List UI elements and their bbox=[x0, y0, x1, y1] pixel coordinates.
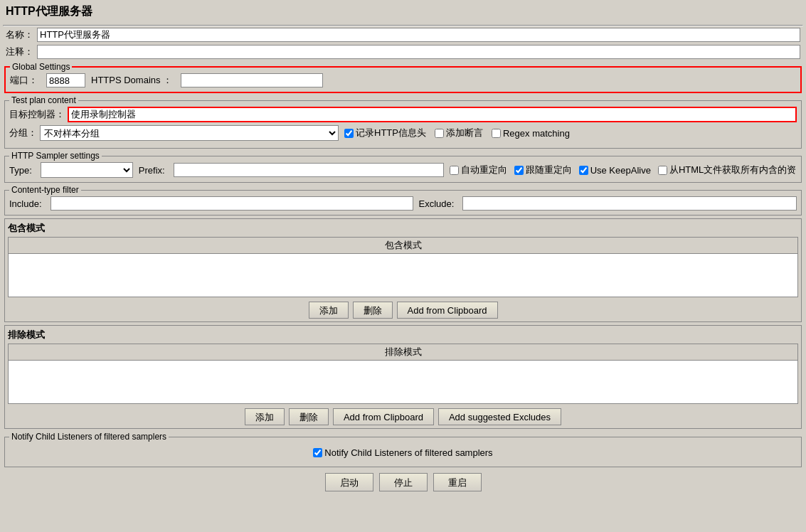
https-input[interactable] bbox=[181, 73, 323, 87]
exclude-clipboard-button[interactable]: Add from Clipboard bbox=[333, 408, 434, 425]
regex-checkbox[interactable] bbox=[492, 129, 501, 138]
name-row: 名称： bbox=[3, 28, 803, 42]
content-row: Include: Exclude: bbox=[9, 196, 797, 211]
keep-alive-label: Use KeepAlive bbox=[590, 165, 651, 176]
notify-label: Notify Child Listeners of filtered sampl… bbox=[324, 447, 492, 458]
include-patterns-title: 包含模式 bbox=[8, 222, 798, 235]
record-http-label: 记录HTTP信息头 bbox=[356, 127, 426, 139]
include-label: Include: bbox=[9, 198, 42, 209]
keep-alive-checkbox[interactable] bbox=[579, 166, 588, 175]
include-patterns-body bbox=[9, 254, 797, 297]
add-assertion-checkbox[interactable] bbox=[435, 129, 444, 138]
http-sampler-legend: HTTP Sampler settings bbox=[9, 151, 102, 161]
target-input[interactable] bbox=[68, 107, 797, 122]
include-clipboard-button[interactable]: Add from Clipboard bbox=[397, 302, 498, 319]
bottom-buttons: 启动 停止 重启 bbox=[3, 473, 803, 497]
global-settings-row: 端口： HTTPS Domains ： bbox=[10, 73, 796, 87]
page-title: HTTP代理服务器 bbox=[3, 3, 803, 21]
exclude-delete-button[interactable]: 删除 bbox=[289, 408, 329, 425]
start-button[interactable]: 启动 bbox=[325, 473, 373, 491]
notify-legend: Notify Child Listeners of filtered sampl… bbox=[9, 432, 169, 442]
redirect-checkbox-label[interactable]: 自动重定向 bbox=[450, 164, 507, 176]
keep-alive-checkbox-label[interactable]: Use KeepAlive bbox=[579, 165, 651, 176]
include-pattern-buttons: 添加 删除 Add from Clipboard bbox=[8, 302, 798, 319]
test-plan-fieldset: Test plan content 目标控制器： 分组： 不对样本分组 在组间添… bbox=[4, 95, 802, 149]
exclude-patterns-body bbox=[9, 361, 797, 403]
fetch-html-checkbox-label[interactable]: 从HTML文件获取所有内含的资 bbox=[658, 164, 796, 176]
https-label: HTTPS Domains ： bbox=[91, 74, 172, 87]
content-filter-legend: Content-type filter bbox=[9, 185, 81, 195]
notify-checkbox[interactable] bbox=[313, 448, 322, 457]
include-patterns-header: 包含模式 bbox=[9, 238, 797, 254]
exclude-patterns-section: 排除模式 排除模式 添加 删除 Add from Clipboard Add s… bbox=[4, 325, 802, 429]
notify-checkbox-label[interactable]: Notify Child Listeners of filtered sampl… bbox=[313, 447, 492, 458]
name-input[interactable] bbox=[37, 28, 800, 42]
notes-row: 注释： bbox=[3, 45, 803, 59]
regex-checkbox-label[interactable]: Regex matching bbox=[492, 128, 570, 139]
type-select[interactable] bbox=[41, 162, 133, 178]
port-label: 端口： bbox=[10, 74, 38, 87]
exclude-patterns-table: 排除模式 bbox=[8, 344, 798, 404]
include-delete-button[interactable]: 删除 bbox=[353, 302, 393, 319]
port-input[interactable] bbox=[46, 73, 85, 87]
notify-fieldset: Notify Child Listeners of filtered sampl… bbox=[4, 432, 802, 467]
global-settings-fieldset: Global Settings 端口： HTTPS Domains ： bbox=[4, 62, 802, 93]
notes-input[interactable] bbox=[37, 45, 800, 59]
page-container: HTTP代理服务器 名称： 注释： Global Settings 端口： HT… bbox=[0, 0, 806, 532]
redirect-label: 自动重定向 bbox=[461, 164, 507, 176]
add-assertion-checkbox-label[interactable]: 添加断言 bbox=[435, 127, 483, 139]
notify-row: Notify Child Listeners of filtered sampl… bbox=[9, 443, 797, 462]
target-label: 目标控制器： bbox=[9, 108, 65, 121]
follow-redirect-checkbox[interactable] bbox=[514, 166, 524, 175]
type-label: Type: bbox=[9, 165, 32, 176]
sampler-checks: 自动重定向 跟随重定向 Use KeepAlive 从HTML文件获取所有内含的… bbox=[450, 164, 797, 176]
checkboxes-row: 记录HTTP信息头 添加断言 Regex matching bbox=[344, 127, 797, 139]
record-http-checkbox[interactable] bbox=[344, 129, 354, 138]
prefix-input[interactable] bbox=[174, 163, 444, 177]
record-http-checkbox-label[interactable]: 记录HTTP信息头 bbox=[344, 127, 426, 139]
prefix-label: Prefix: bbox=[139, 165, 165, 176]
include-patterns-table: 包含模式 bbox=[8, 237, 798, 297]
group-label: 分组： bbox=[9, 127, 37, 139]
include-input[interactable] bbox=[51, 196, 413, 211]
follow-redirect-label: 跟随重定向 bbox=[526, 164, 572, 176]
stop-button[interactable]: 停止 bbox=[379, 473, 428, 491]
add-assertion-label: 添加断言 bbox=[446, 127, 483, 139]
test-plan-legend: Test plan content bbox=[9, 95, 78, 105]
content-filter-fieldset: Content-type filter Include: Exclude: bbox=[4, 185, 802, 216]
fetch-html-label: 从HTML文件获取所有内含的资 bbox=[669, 164, 796, 176]
sampler-row: Type: Prefix: 自动重定向 跟随重定向 Use KeepAlive bbox=[9, 162, 797, 178]
exclude-patterns-title: 排除模式 bbox=[8, 329, 798, 341]
follow-redirect-checkbox-label[interactable]: 跟随重定向 bbox=[514, 164, 572, 176]
include-add-button[interactable]: 添加 bbox=[309, 302, 349, 319]
include-patterns-section: 包含模式 包含模式 添加 删除 Add from Clipboard bbox=[4, 218, 802, 322]
notes-label: 注释： bbox=[6, 46, 37, 58]
regex-label: Regex matching bbox=[503, 128, 570, 139]
redirect-checkbox[interactable] bbox=[450, 166, 459, 175]
group-select[interactable]: 不对样本分组 在组间添加分隔 每个组放入一个新的控制器 只保存第一个样本 bbox=[40, 125, 339, 141]
restart-button[interactable]: 重启 bbox=[433, 473, 482, 491]
name-label: 名称： bbox=[6, 28, 37, 41]
target-row: 目标控制器： bbox=[9, 107, 797, 122]
exclude-input[interactable] bbox=[462, 196, 797, 211]
group-row: 分组： 不对样本分组 在组间添加分隔 每个组放入一个新的控制器 只保存第一个样本… bbox=[9, 125, 797, 141]
http-sampler-fieldset: HTTP Sampler settings Type: Prefix: 自动重定… bbox=[4, 151, 802, 183]
exclude-suggested-button[interactable]: Add suggested Excludes bbox=[438, 408, 561, 425]
fetch-html-checkbox[interactable] bbox=[658, 166, 667, 175]
exclude-pattern-buttons: 添加 删除 Add from Clipboard Add suggested E… bbox=[8, 408, 798, 425]
exclude-patterns-header: 排除模式 bbox=[9, 344, 797, 361]
exclude-add-button[interactable]: 添加 bbox=[245, 408, 285, 425]
exclude-label: Exclude: bbox=[419, 198, 455, 209]
global-settings-legend: Global Settings bbox=[10, 62, 72, 72]
